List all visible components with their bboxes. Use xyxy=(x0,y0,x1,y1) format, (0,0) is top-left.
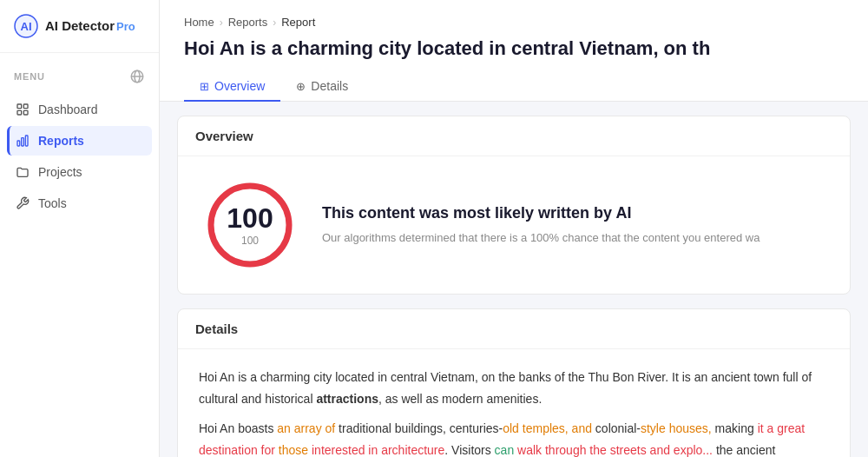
details-paragraph-2: Hoi An boasts an array of traditional bu… xyxy=(199,418,829,457)
page-header: Home › Reports › Report Hoi An is a char… xyxy=(160,0,868,102)
sidebar: AI AI DetectorPro MENU Dashboard xyxy=(0,0,160,457)
breadcrumb-reports[interactable]: Reports xyxy=(228,16,268,29)
svg-rect-6 xyxy=(23,104,28,109)
overview-body: 100 100 This content was most likely wri… xyxy=(178,156,850,294)
breadcrumb-sep-2: › xyxy=(273,17,276,29)
details-tab-icon: ⊕ xyxy=(296,80,306,93)
tabs: ⊞ Overview ⊕ Details xyxy=(184,72,844,101)
page-title: Hoi An is a charming city located in cen… xyxy=(184,37,844,60)
svg-rect-5 xyxy=(17,104,22,109)
highlight-array-of: an array of xyxy=(277,421,335,435)
sidebar-nav: Dashboard Reports Projects Tools xyxy=(0,91,159,222)
breadcrumb-home[interactable]: Home xyxy=(184,16,214,29)
sidebar-item-reports[interactable]: Reports xyxy=(7,126,152,156)
logo-area: AI AI DetectorPro xyxy=(0,0,159,53)
score-circle: 100 100 xyxy=(202,177,298,273)
breadcrumb-sep-1: › xyxy=(220,17,223,29)
overview-text: This content was most likely written by … xyxy=(322,204,760,247)
svg-rect-9 xyxy=(17,141,20,146)
overview-tab-icon: ⊞ xyxy=(200,80,209,93)
highlight-can: can xyxy=(495,443,515,457)
globe-icon xyxy=(129,69,145,84)
overview-heading: This content was most likely written by … xyxy=(322,204,760,222)
details-section-header: Details xyxy=(178,309,850,349)
tab-details-label: Details xyxy=(311,79,348,93)
sidebar-item-tools[interactable]: Tools xyxy=(7,189,152,218)
sidebar-item-label-reports: Reports xyxy=(38,134,84,148)
tools-icon xyxy=(16,196,30,210)
tab-overview-label: Overview xyxy=(214,79,265,93)
score-inner: 100 100 xyxy=(227,204,273,247)
highlight-style-houses: style houses, xyxy=(641,421,712,435)
overview-description: Our algorithms determined that there is … xyxy=(322,229,760,247)
sidebar-item-label-dashboard: Dashboard xyxy=(38,103,98,116)
score-number: 100 xyxy=(227,204,273,232)
menu-label: MENU xyxy=(14,71,45,82)
details-body: Hoi An is a charming city located in cen… xyxy=(178,349,850,457)
score-sub-label: 100 xyxy=(227,235,273,247)
details-paragraph-1: Hoi An is a charming city located in cen… xyxy=(199,367,829,409)
logo-text: AI DetectorPro xyxy=(45,18,135,34)
breadcrumb: Home › Reports › Report xyxy=(184,16,844,29)
highlight-old-temples: old temples, and xyxy=(503,421,592,435)
svg-rect-8 xyxy=(23,110,28,115)
overview-section-header: Overview xyxy=(178,116,850,156)
svg-rect-7 xyxy=(17,110,22,115)
main-content: Home › Reports › Report Hoi An is a char… xyxy=(160,0,868,457)
tab-overview[interactable]: ⊞ Overview xyxy=(184,72,280,102)
details-section: Details Hoi An is a charming city locate… xyxy=(177,308,851,457)
overview-section: Overview 100 100 This content was most l… xyxy=(177,116,851,295)
sidebar-item-label-tools: Tools xyxy=(38,196,67,210)
bold-attractions: attractions xyxy=(316,392,378,406)
tab-details[interactable]: ⊕ Details xyxy=(280,72,364,102)
breadcrumb-current: Report xyxy=(281,16,315,29)
svg-rect-10 xyxy=(22,138,24,146)
grid-icon xyxy=(16,103,30,116)
folder-icon xyxy=(16,165,30,179)
svg-text:AI: AI xyxy=(21,20,32,33)
sidebar-item-dashboard[interactable]: Dashboard xyxy=(7,95,152,124)
sidebar-item-label-projects: Projects xyxy=(38,165,82,179)
menu-header: MENU xyxy=(0,53,159,91)
highlight-those: those xyxy=(279,443,308,457)
highlight-walk-through: walk through the streets and explo... xyxy=(517,443,713,457)
page-content: Overview 100 100 This content was most l… xyxy=(160,102,868,457)
bar-chart-icon xyxy=(16,134,30,148)
sidebar-item-projects[interactable]: Projects xyxy=(7,157,152,187)
logo-icon: AI xyxy=(14,14,38,38)
svg-rect-11 xyxy=(25,136,28,146)
